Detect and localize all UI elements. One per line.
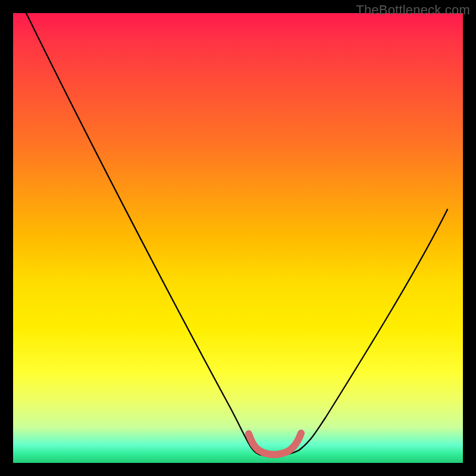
chart-svg	[13, 13, 463, 463]
chart-container: TheBottleneck.com	[0, 0, 476, 476]
valley-marker-line	[249, 433, 301, 455]
plot-area	[13, 13, 463, 463]
bottleneck-curve	[26, 13, 447, 456]
watermark-text: TheBottleneck.com	[356, 2, 470, 18]
